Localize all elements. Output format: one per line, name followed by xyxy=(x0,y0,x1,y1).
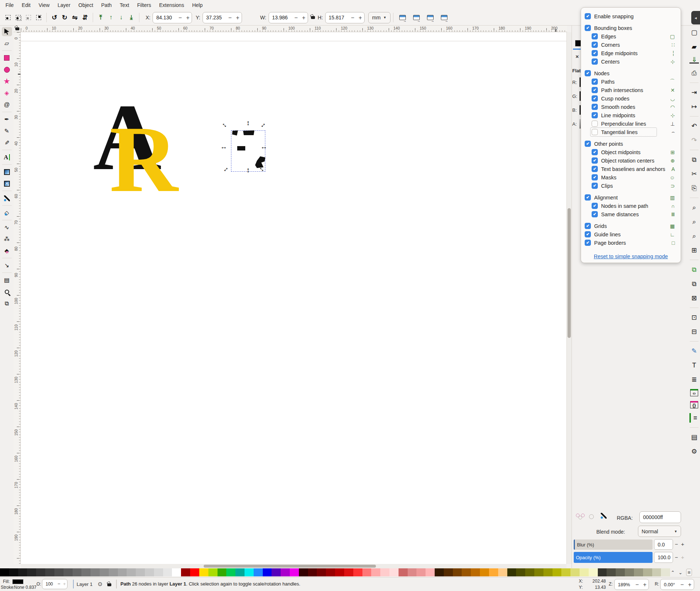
checkbox-checked-icon[interactable]: ✔ xyxy=(592,87,598,93)
stroke-value[interactable]: None xyxy=(14,585,24,590)
checkbox-checked-icon[interactable]: ✔ xyxy=(592,149,598,155)
tool-tweak[interactable]: ∿ xyxy=(2,223,12,232)
horizontal-scrollbar[interactable] xyxy=(21,564,566,568)
tool-spiral[interactable]: @ xyxy=(2,100,12,109)
opacity-increment[interactable]: + xyxy=(681,554,684,560)
checkbox-checked-icon[interactable]: ✔ xyxy=(592,157,598,164)
snap-option-corners[interactable]: ✔Corners∷ xyxy=(592,41,677,49)
palette-swatch[interactable] xyxy=(444,568,453,576)
palette-swatch[interactable] xyxy=(489,568,498,576)
palette-swatch[interactable] xyxy=(45,568,54,576)
palette-swatch[interactable] xyxy=(362,568,372,576)
blur-increment[interactable]: + xyxy=(681,541,684,547)
palette-swatch[interactable] xyxy=(181,568,190,576)
palette-swatch[interactable] xyxy=(100,568,109,576)
blur-decrement[interactable]: − xyxy=(675,541,678,547)
flip-vertical-button[interactable]: ⇵ xyxy=(80,12,90,23)
rotation-field[interactable]: 0.00° − + xyxy=(660,579,694,590)
palette-swatch[interactable] xyxy=(570,568,580,576)
raise-to-top-button[interactable]: ⤒ xyxy=(96,12,106,23)
palette-swatch[interactable] xyxy=(136,568,145,576)
unlink-clone-button[interactable]: ⊠ xyxy=(689,293,699,303)
y-decrement[interactable]: − xyxy=(226,12,234,23)
palette-swatch[interactable] xyxy=(480,568,489,576)
menu-extensions[interactable]: Extensions xyxy=(155,1,188,9)
zoom-inc[interactable]: + xyxy=(641,579,649,590)
palette-swatch[interactable] xyxy=(73,568,82,576)
palette-swatch[interactable] xyxy=(561,568,570,576)
print-button[interactable]: ⎙ xyxy=(689,68,699,78)
guide-lock-corner[interactable] xyxy=(14,26,21,32)
snap-option-edge-midpoints[interactable]: ✔Edge midpoints╎ xyxy=(592,49,677,57)
palette-swatch[interactable] xyxy=(64,568,73,576)
palette-swatch[interactable] xyxy=(0,568,9,576)
checkbox-checked-icon[interactable]: ✔ xyxy=(592,50,598,56)
opacity-slider[interactable]: Opacity (%) xyxy=(574,552,653,563)
redo-button[interactable]: ↷ xyxy=(689,136,699,145)
paste-button[interactable]: ⎘ xyxy=(689,183,699,193)
rotate-cw-button[interactable]: ↻ xyxy=(59,12,70,23)
y-increment[interactable]: + xyxy=(234,12,242,23)
scale-handle-w[interactable] xyxy=(220,144,227,150)
layer-lock-icon[interactable] xyxy=(107,583,111,586)
snap-option-perpendicular-lines[interactable]: Perpendicular lines⊥ xyxy=(592,119,677,128)
scale-handle-s[interactable] xyxy=(245,167,251,174)
snap-option-cusp-nodes[interactable]: ✔Cusp nodes◡ xyxy=(592,94,677,103)
snap-option-object-midpoints[interactable]: ✔Object midpoints⊞ xyxy=(592,148,677,156)
lower-button[interactable]: ↓ xyxy=(116,12,126,23)
scale-corners-toggle[interactable] xyxy=(411,12,422,23)
tool-pen-bezier[interactable]: ✒ xyxy=(2,115,12,124)
menu-help[interactable]: Help xyxy=(188,1,207,9)
snap-option-same-distances[interactable]: ✔Same distancesⅢ xyxy=(592,210,677,218)
checkbox-checked-icon[interactable]: ✔ xyxy=(585,240,591,246)
palette-swatch[interactable] xyxy=(507,568,516,576)
blur-value[interactable]: 0.0 xyxy=(654,539,673,550)
palette-swatch[interactable] xyxy=(254,568,263,576)
h-decrement[interactable]: − xyxy=(349,12,357,23)
scale-handle-e[interactable] xyxy=(261,144,267,150)
xml-editor-button[interactable]: ‹› xyxy=(690,389,698,396)
palette-swatch[interactable] xyxy=(145,568,154,576)
opacity-value[interactable]: 100.0 xyxy=(654,552,673,563)
palette-swatch[interactable] xyxy=(127,568,136,576)
palette-swatch[interactable] xyxy=(580,568,589,576)
snap-option-clips[interactable]: ✔Clips⊃ xyxy=(592,182,677,190)
palette-swatch[interactable] xyxy=(335,568,344,576)
text-dialog-button[interactable]: T xyxy=(689,361,699,370)
canvas[interactable]: A R xyxy=(21,32,566,564)
palette-swatch[interactable] xyxy=(18,568,27,576)
palette-swatch[interactable] xyxy=(435,568,444,576)
palette-swatch[interactable] xyxy=(498,568,507,576)
palette-swatch[interactable] xyxy=(652,568,661,576)
snap-option-object-rotation-centers[interactable]: ✔Object rotation centers⊕ xyxy=(592,156,677,165)
rotate-ccw-button[interactable]: ↺ xyxy=(49,12,59,23)
ungroup-button[interactable]: ⊟ xyxy=(689,327,699,336)
select-all-layers-button[interactable] xyxy=(13,12,23,23)
palette-swatch[interactable] xyxy=(118,568,127,576)
tool-box-3d[interactable]: ◈ xyxy=(2,88,12,98)
palette-swatch[interactable] xyxy=(471,568,480,576)
palette-swatch[interactable] xyxy=(543,568,553,576)
menu-filters[interactable]: Filters xyxy=(133,1,155,9)
vertical-scrollbar-thumb[interactable] xyxy=(568,208,571,338)
snap-option-nodes-in-same-path[interactable]: ✔Nodes in same path∩ xyxy=(592,202,677,210)
snap-option-nodes[interactable]: ✔Nodes xyxy=(585,69,677,77)
preferences-button[interactable]: ⚙ xyxy=(689,447,699,456)
palette-swatch[interactable] xyxy=(625,568,634,576)
zoom-field[interactable]: 189% − + xyxy=(614,579,649,590)
rotation-dec[interactable]: − xyxy=(678,579,686,590)
palette-swatch[interactable] xyxy=(235,568,245,576)
open-document-button[interactable]: ▰ xyxy=(689,42,699,52)
object-opacity-field[interactable]: 100 − + xyxy=(42,579,68,589)
palette-swatch[interactable] xyxy=(317,568,326,576)
menu-object[interactable]: Object xyxy=(74,1,97,9)
palette-swatch[interactable] xyxy=(308,568,317,576)
palette-swatch[interactable] xyxy=(462,568,471,576)
tool-pencil[interactable]: ✎ xyxy=(2,126,12,136)
palette-swatch[interactable] xyxy=(208,568,218,576)
x-field[interactable]: 84.130 − + xyxy=(153,12,192,23)
canvas-letter-r[interactable]: R xyxy=(109,111,178,206)
palette-swatch[interactable] xyxy=(634,568,643,576)
h-increment[interactable]: + xyxy=(357,12,364,23)
snap-option-enable-snapping[interactable]: ✔Enable snapping xyxy=(585,12,677,20)
